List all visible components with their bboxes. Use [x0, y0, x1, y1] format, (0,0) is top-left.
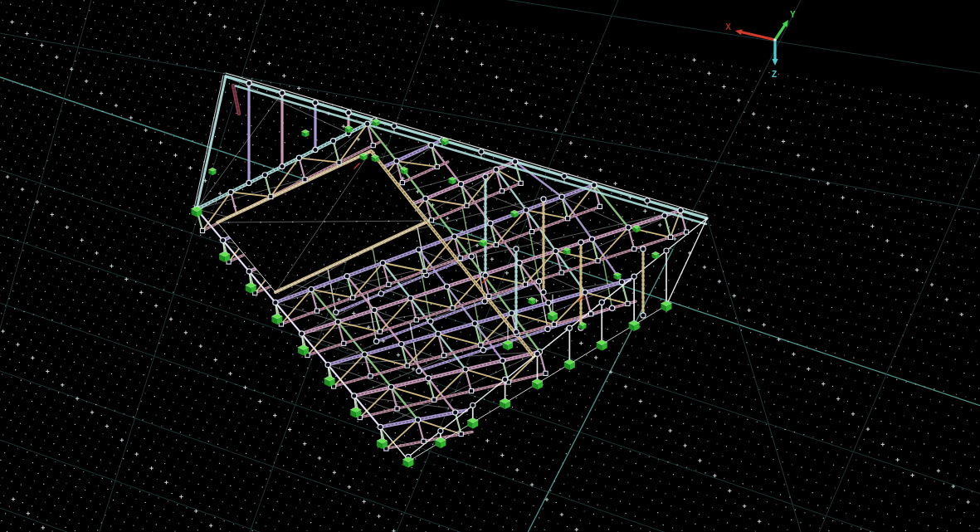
node[interactable]	[299, 331, 304, 336]
node[interactable]	[494, 167, 499, 172]
node[interactable]	[529, 229, 534, 233]
node[interactable]	[246, 180, 251, 185]
node[interactable]	[641, 313, 646, 318]
node[interactable]	[597, 204, 602, 208]
node[interactable]	[453, 410, 458, 415]
node[interactable]	[463, 367, 468, 372]
node[interactable]	[432, 398, 436, 402]
node[interactable]	[337, 160, 341, 164]
hinge-cube[interactable]	[302, 129, 310, 137]
support-cube[interactable]	[532, 378, 543, 389]
web-diagonal[interactable]	[231, 192, 271, 196]
node[interactable]	[483, 174, 488, 179]
node[interactable]	[479, 343, 483, 347]
node[interactable]	[417, 368, 422, 373]
node[interactable]	[423, 196, 428, 201]
node[interactable]	[429, 143, 434, 148]
node[interactable]	[352, 393, 357, 398]
node[interactable]	[514, 246, 519, 251]
node[interactable]	[399, 341, 404, 346]
node[interactable]	[541, 197, 546, 202]
node[interactable]	[500, 189, 504, 193]
support-cube[interactable]	[467, 417, 478, 428]
node[interactable]	[553, 248, 558, 253]
hinge-cube[interactable]	[529, 297, 536, 305]
node[interactable]	[429, 218, 433, 222]
web-vertical[interactable]	[265, 175, 271, 197]
node[interactable]	[514, 329, 519, 334]
support-cube[interactable]	[548, 311, 558, 321]
support-cube[interactable]	[435, 437, 446, 448]
node[interactable]	[372, 307, 377, 312]
node[interactable]	[228, 189, 233, 194]
node[interactable]	[330, 139, 335, 144]
node[interactable]	[438, 428, 443, 433]
support-cube[interactable]	[564, 359, 575, 370]
node[interactable]	[414, 318, 418, 322]
node[interactable]	[313, 147, 318, 152]
hinge-cube[interactable]	[373, 119, 380, 126]
node[interactable]	[632, 246, 636, 251]
web-vertical[interactable]	[299, 158, 305, 179]
node[interactable]	[394, 159, 399, 164]
brace[interactable]	[226, 76, 349, 134]
support-cube[interactable]	[661, 300, 672, 311]
node[interactable]	[415, 417, 420, 422]
node[interactable]	[441, 354, 446, 358]
node[interactable]	[513, 159, 518, 164]
node[interactable]	[365, 121, 370, 126]
node[interactable]	[567, 325, 572, 330]
node[interactable]	[488, 221, 493, 226]
node[interactable]	[400, 180, 404, 184]
node[interactable]	[494, 242, 498, 246]
node[interactable]	[596, 259, 600, 263]
node[interactable]	[416, 247, 421, 252]
node[interactable]	[559, 271, 563, 275]
node[interactable]	[346, 110, 351, 115]
node[interactable]	[444, 284, 449, 289]
support-cube[interactable]	[192, 206, 202, 217]
node[interactable]	[262, 173, 267, 178]
node[interactable]	[541, 290, 546, 295]
node[interactable]	[469, 389, 473, 393]
node[interactable]	[436, 331, 441, 336]
node[interactable]	[422, 439, 426, 443]
node[interactable]	[362, 352, 367, 357]
node[interactable]	[668, 235, 672, 239]
web-vertical[interactable]	[231, 192, 236, 213]
node[interactable]	[536, 279, 541, 284]
node[interactable]	[246, 269, 251, 274]
node[interactable]	[545, 326, 550, 331]
support-cube[interactable]	[597, 339, 607, 350]
gable-edge[interactable]	[194, 76, 223, 208]
node[interactable]	[546, 300, 551, 305]
web-vertical[interactable]	[585, 292, 591, 314]
node[interactable]	[482, 299, 487, 304]
node[interactable]	[303, 178, 307, 182]
node[interactable]	[408, 295, 413, 300]
node[interactable]	[503, 377, 508, 382]
node[interactable]	[371, 144, 375, 148]
node[interactable]	[451, 306, 455, 310]
node[interactable]	[588, 312, 592, 316]
web-vertical[interactable]	[665, 216, 670, 237]
node[interactable]	[662, 213, 667, 218]
node[interactable]	[405, 364, 409, 368]
node[interactable]	[435, 164, 439, 168]
node[interactable]	[534, 351, 539, 356]
web-vertical[interactable]	[334, 141, 339, 163]
node[interactable]	[523, 282, 527, 286]
truss-structure[interactable]	[125, 73, 707, 467]
node[interactable]	[428, 319, 433, 324]
node[interactable]	[351, 295, 355, 300]
node[interactable]	[458, 182, 463, 187]
node[interactable]	[664, 248, 669, 253]
node[interactable]	[388, 384, 393, 389]
node[interactable]	[599, 300, 604, 305]
node[interactable]	[422, 269, 427, 273]
node[interactable]	[483, 273, 488, 278]
node[interactable]	[479, 149, 484, 154]
node[interactable]	[578, 240, 583, 245]
node[interactable]	[626, 301, 630, 305]
node[interactable]	[487, 294, 491, 298]
